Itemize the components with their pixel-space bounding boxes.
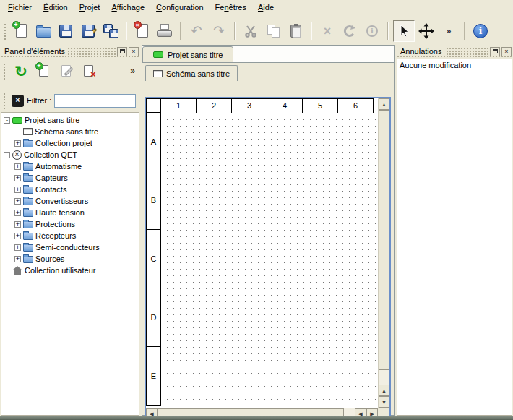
tree-item-haute-tension[interactable]: +Haute tension	[1, 207, 139, 218]
move-tool-button[interactable]	[415, 20, 437, 42]
tree-item-recepteurs[interactable]: +Récepteurs	[1, 230, 139, 241]
expand-icon[interactable]: +	[14, 221, 21, 228]
filter-input[interactable]	[54, 94, 136, 108]
folder-icon	[23, 244, 33, 252]
expand-icon[interactable]: +	[14, 233, 21, 239]
tab-projet-sans-titre[interactable]: Projet sans titre	[142, 46, 233, 63]
tree-item-sources[interactable]: +Sources	[1, 253, 139, 265]
save-as-button[interactable]	[77, 20, 99, 42]
expand-icon[interactable]: +	[14, 187, 21, 193]
print-button[interactable]	[154, 20, 176, 42]
tree-item-label: Capteurs	[35, 173, 68, 182]
schema-icon	[23, 128, 33, 135]
schema-canvas[interactable]: 123456 ABCDE	[146, 98, 378, 408]
scroll-down-button[interactable]: ▼	[379, 396, 389, 408]
menu-fichier[interactable]: Fichier	[2, 0, 38, 16]
toolbar-separator	[180, 22, 181, 40]
paste-button[interactable]	[285, 20, 306, 42]
filter-bar: Filtrer :	[0, 92, 140, 109]
scroll-up-button-bottom[interactable]: ▲	[379, 385, 389, 396]
elements-panel-titlebar[interactable]: Panel d'éléments ×	[0, 46, 140, 57]
column-header-1: 1	[160, 98, 197, 113]
collapse-icon[interactable]: -	[4, 152, 10, 158]
save-all-button[interactable]	[100, 20, 121, 42]
about-button[interactable]	[470, 20, 491, 42]
tree-item-collection-utilisateur[interactable]: Collection utilisateur	[1, 265, 139, 276]
schema-icon	[153, 70, 163, 77]
collapse-icon[interactable]: -	[4, 117, 10, 124]
panel-toolbar-grip[interactable]	[2, 62, 7, 80]
tree-item-label: Collection projet	[35, 139, 92, 147]
expand-icon[interactable]: +	[14, 198, 21, 205]
tree-item-schema-sans-titre[interactable]: Schéma sans titre	[1, 126, 139, 137]
save-button[interactable]	[55, 20, 77, 42]
tree-item-semi-conducteurs[interactable]: +Semi-conducteurs	[1, 241, 139, 253]
close-undo-panel-button[interactable]: ×	[501, 47, 512, 56]
float-panel-button[interactable]	[117, 47, 127, 56]
elements-panel-toolbar: »	[0, 57, 140, 83]
info-button[interactable]	[361, 20, 383, 42]
edit-element-icon	[61, 65, 71, 77]
new-element-button[interactable]	[33, 61, 53, 81]
tree-item-label: Contacts	[35, 185, 66, 194]
menu-configuration[interactable]: Configuration	[150, 0, 209, 16]
undo-panel-titlebar[interactable]: Annulations ×	[396, 46, 513, 57]
expand-icon[interactable]: +	[14, 175, 21, 181]
row-header-E: E	[146, 346, 161, 406]
edit-element-button[interactable]	[56, 61, 76, 81]
row-header-D: D	[146, 288, 161, 347]
menu-fenetres[interactable]: Fenêtres	[210, 0, 252, 16]
qet-icon	[12, 150, 22, 160]
toolbar-grip[interactable]	[3, 22, 7, 40]
tree-item-projet-sans-titre[interactable]: -Projet sans titre	[1, 114, 139, 126]
tree-item-contacts[interactable]: +Contacts	[1, 184, 139, 195]
panel-extension-button[interactable]: »	[128, 66, 137, 76]
toolbar-separator	[387, 22, 389, 40]
open-project-button[interactable]	[33, 20, 54, 42]
delete-button[interactable]	[316, 20, 338, 42]
tree-item-label: Haute tension	[35, 208, 85, 217]
new-project-button[interactable]	[10, 20, 32, 42]
tree-item-automatisme[interactable]: +Automatisme	[1, 160, 139, 172]
delete-element-button[interactable]	[78, 61, 98, 81]
toolbar-extension-button[interactable]: »	[438, 20, 460, 42]
copy-button[interactable]	[262, 20, 284, 42]
expand-icon[interactable]: +	[14, 163, 21, 170]
elements-tree[interactable]: -Projet sans titreSchéma sans titre+Coll…	[1, 112, 139, 416]
undo-button[interactable]	[186, 20, 207, 42]
menu-affichage[interactable]: Affichage	[105, 0, 150, 16]
about-info-icon	[473, 24, 488, 38]
clear-filter-icon[interactable]	[12, 95, 24, 107]
vertical-scrollbar-thumb[interactable]	[379, 110, 389, 370]
tree-item-label: Schéma sans titre	[35, 127, 98, 136]
menu-edition[interactable]: Édition	[38, 0, 74, 16]
expand-icon[interactable]: +	[14, 244, 21, 251]
reload-collections-button[interactable]	[11, 61, 31, 81]
tree-item-protections[interactable]: +Protections	[1, 218, 139, 230]
menu-aide[interactable]: Aide	[252, 0, 280, 16]
undo-history-list[interactable]: Aucune modification	[397, 59, 512, 416]
scroll-up-button[interactable]: ▲	[379, 98, 389, 110]
tree-item-capteurs[interactable]: +Capteurs	[1, 172, 139, 184]
cut-button[interactable]	[240, 20, 262, 42]
close-panel-button[interactable]: ×	[129, 47, 139, 56]
tree-item-collection-projet[interactable]: +Collection projet	[1, 137, 139, 149]
float-undo-panel-button[interactable]	[490, 47, 500, 56]
select-tool-button[interactable]	[393, 20, 415, 42]
toolbar-separator	[311, 22, 312, 40]
expand-icon[interactable]: +	[14, 140, 21, 147]
delete-x-icon	[324, 25, 332, 38]
close-file-button[interactable]	[132, 20, 153, 42]
row-header-A: A	[146, 112, 161, 171]
redo-button[interactable]	[208, 20, 230, 42]
filter-bar-grip[interactable]	[2, 92, 7, 109]
column-header-2: 2	[196, 98, 232, 113]
expand-icon[interactable]: +	[14, 210, 21, 216]
tree-item-collection-qet[interactable]: -Collection QET	[1, 149, 139, 160]
tree-item-convertisseurs[interactable]: +Convertisseurs	[1, 195, 139, 207]
main-toolbar: »	[0, 16, 513, 46]
tab-schema-sans-titre[interactable]: Schéma sans titre	[145, 65, 238, 81]
menu-projet[interactable]: Projet	[74, 0, 106, 16]
expand-icon[interactable]: +	[14, 256, 21, 262]
rotate-button[interactable]	[339, 20, 361, 42]
